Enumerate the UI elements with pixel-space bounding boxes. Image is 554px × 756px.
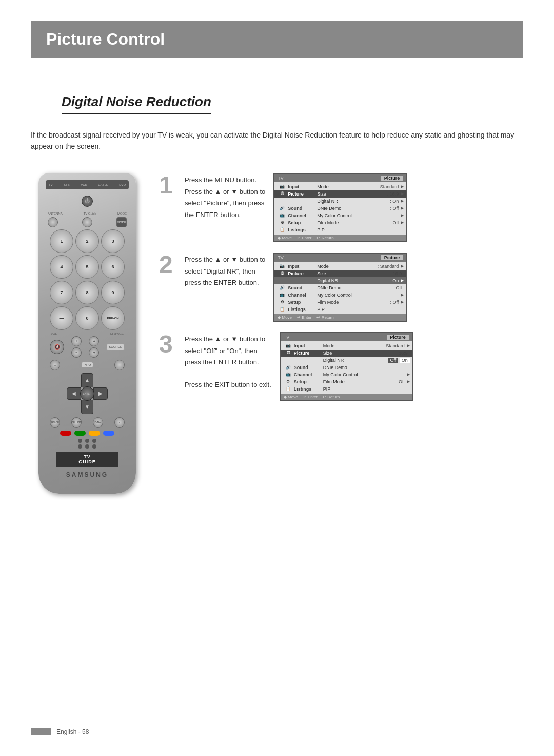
listings-label-1: Listings: [288, 227, 316, 232]
ch-down[interactable]: ∨: [89, 347, 99, 358]
step-2-number: 2: [159, 253, 174, 277]
green-button[interactable]: [74, 431, 86, 436]
fav-ch-button[interactable]: FAV.CH: [50, 417, 60, 428]
film-value-2: : Off: [390, 300, 401, 305]
mode-button[interactable]: MODE: [116, 217, 127, 227]
content-area: TV STB VCR CABLE DVD ⏻ ANTENNA TV Guide …: [31, 173, 523, 494]
info-button[interactable]: INFO: [82, 362, 93, 367]
tv-screen-1-menu: 📷 Input Mode : Standard ▶ 🖼 Picture Size…: [274, 182, 406, 235]
pi-button[interactable]: π: [114, 417, 125, 428]
input-icon-2: 📷: [276, 264, 288, 268]
sound-icon-2: 🔊: [276, 285, 288, 290]
setup-label-3: Setup: [294, 379, 322, 384]
remote-top-strip: TV STB VCR CABLE DVD: [46, 180, 129, 189]
step-3-line-3: press the ENTER button.: [185, 357, 271, 368]
btn-7[interactable]: 7: [50, 281, 73, 304]
btn-4[interactable]: 4: [50, 255, 73, 279]
mode-name-3: Mode: [322, 343, 383, 348]
dpad-enter[interactable]: ENTER: [80, 386, 94, 401]
dnr-name-1: Digital NR: [316, 199, 390, 204]
setup-label-1: Setup: [288, 220, 316, 225]
tv-guide-box[interactable]: TVGUIDE: [56, 452, 118, 467]
blue-button[interactable]: [103, 431, 114, 436]
dpad-right[interactable]: ▶: [93, 387, 108, 400]
picture-label-3: Picture: [294, 351, 322, 356]
btn-6[interactable]: 6: [101, 255, 125, 279]
btn-2[interactable]: 2: [75, 229, 99, 253]
mode-value-3: : Standard: [383, 343, 407, 348]
footer-move-2: ◆ Move: [278, 315, 292, 320]
footer-bar: [31, 728, 51, 735]
tv-row-picture-3: 🖼 Picture Size : 16:9: [281, 350, 412, 357]
sound-icon-1: 🔊: [276, 206, 288, 210]
tv-row-setup-2: ⚙ Setup Film Mode : Off ▶: [274, 299, 406, 306]
film-name-3: Film Mode: [322, 379, 396, 384]
remote-control: TV STB VCR CABLE DVD ⏻ ANTENNA TV Guide …: [31, 173, 144, 494]
red-button[interactable]: [60, 431, 71, 436]
dot4: [78, 444, 82, 449]
dpad-down[interactable]: ▼: [81, 400, 93, 414]
dpad: ▲ ▼ ◀ ▶ ENTER: [67, 373, 108, 414]
vol-label: VOL: [51, 332, 57, 335]
tv-screen-3-titlebar: TV Picture: [281, 333, 412, 341]
listings-icon-1: 📋: [276, 227, 288, 232]
btn-dash[interactable]: —: [50, 306, 73, 330]
tv-row-listings-3: 📋 Listings PIP: [281, 385, 412, 393]
picture-label-2: Picture: [288, 271, 316, 276]
mode-arrow-2: ▶: [401, 264, 404, 268]
footer-return-2: ↩ Return: [316, 315, 333, 320]
size-name-2: Size: [316, 271, 390, 276]
step-2-line-3: press the ENTER button.: [185, 278, 265, 288]
btn-3[interactable]: 3: [101, 229, 125, 253]
aspect-button[interactable]: ⊡: [50, 360, 60, 370]
film-value-3: : Off: [396, 379, 407, 384]
mycolor-arrow-3: ▶: [407, 372, 410, 377]
pip-name-3: PIP: [322, 386, 408, 392]
footer-move-1: ◆ Move: [278, 236, 292, 240]
ch-up[interactable]: ∧: [89, 336, 99, 346]
step-2-text: Press the ▲ or ▼ button to select "Digit…: [185, 253, 265, 289]
footer-return-3: ↩ Return: [323, 395, 340, 399]
btn-5[interactable]: 5: [75, 255, 99, 279]
picture-icon-2: 🖼: [276, 271, 288, 276]
input-label-2: Input: [288, 264, 316, 269]
source-button[interactable]: SOURCE: [106, 344, 125, 350]
picture-icon-1: 🖼: [276, 191, 288, 196]
dnie-name-2: DNIe Demo: [316, 285, 393, 290]
btn-9[interactable]: 9: [101, 281, 125, 304]
setup-icon-2: ⚙: [276, 300, 288, 304]
color-buttons: [46, 431, 129, 436]
step-2-content: Press the ▲ or ▼ button to select "Digit…: [185, 253, 407, 322]
channel-label-2: Channel: [288, 293, 316, 298]
tv-screen-2-menu: 📷 Input Mode : Standard ▶ 🖼 Picture Size…: [274, 262, 406, 314]
vol-down[interactable]: −: [71, 347, 82, 358]
btn-prech[interactable]: PRE-CH: [101, 306, 125, 330]
antenna-button[interactable]: [48, 217, 58, 227]
intro-text: If the broadcast signal received by your…: [31, 129, 523, 152]
tv-screen-1-footer: ◆ Move ↵ Enter ↩ Return: [274, 235, 406, 241]
dnr-value-1: : On: [390, 199, 401, 204]
d-net-button[interactable]: D-Net: [93, 417, 103, 428]
mute-button[interactable]: 🔇: [50, 340, 64, 354]
btn-0[interactable]: 0: [75, 306, 99, 330]
ch-list-button[interactable]: CH.LIST: [71, 417, 82, 428]
mycolor-name-1: My Color Control: [316, 213, 399, 218]
extra-btn[interactable]: [114, 360, 125, 370]
yellow-button[interactable]: [89, 431, 100, 436]
power-button[interactable]: ⏻: [82, 196, 93, 207]
step-3-line-2: select "Off" or "On", then: [185, 346, 271, 357]
channel-icon-2: 📺: [276, 293, 288, 297]
btn-8[interactable]: 8: [75, 281, 99, 304]
tv-row-setup-1: ⚙ Setup Film Mode : Off ▶: [274, 219, 406, 226]
footer-enter-2: ↵ Enter: [297, 315, 311, 320]
dnr-value-2: : On: [390, 278, 401, 283]
pip-name-1: PIP: [316, 227, 402, 232]
sound-label-2: Sound: [288, 285, 316, 290]
dots-row-1: [46, 439, 129, 443]
tvguide-button[interactable]: [82, 217, 92, 227]
vol-up[interactable]: +: [71, 336, 82, 346]
step-3-content: Press the ▲ or ▼ button to select "Off" …: [185, 332, 413, 401]
dpad-up[interactable]: ▲: [81, 373, 93, 387]
btn-1[interactable]: 1: [50, 229, 73, 253]
dpad-left[interactable]: ◀: [67, 387, 81, 400]
